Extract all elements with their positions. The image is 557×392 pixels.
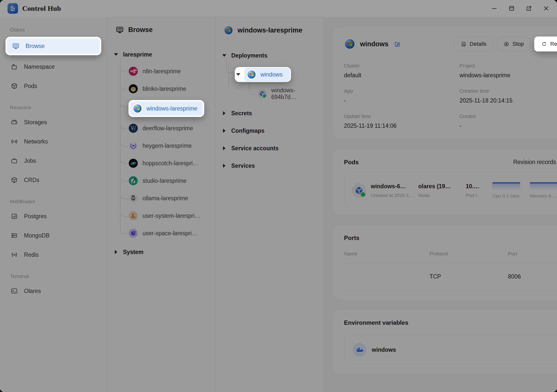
redis-icon [10, 251, 18, 258]
deployment-identity: windows [344, 38, 401, 50]
heygem-app-icon [128, 141, 138, 150]
ports-title: Ports [344, 234, 359, 242]
sidebar-item-networks[interactable]: Networks [6, 134, 101, 149]
tree-item-label: ollama-laresprime [142, 195, 188, 202]
sidebar-section-resource: Resource [6, 105, 101, 110]
sidebar-item-postgres[interactable]: Postgres [6, 208, 101, 224]
tree-item-blinko[interactable]: blinko-laresprime [128, 80, 208, 98]
resource-groups: Secrets Configmaps Service accounts Serv… [222, 104, 317, 174]
sidebar-item-browse[interactable]: Browse [7, 38, 100, 54]
pods-card: Pods Revision records [334, 149, 557, 214]
tree-item-windows-deployment-selected[interactable]: windows [244, 68, 290, 81]
ports-table-header: Name Protocol Port [344, 251, 557, 263]
tree-node-system[interactable]: System [114, 244, 208, 260]
minimize-icon[interactable] [491, 5, 498, 12]
restart-button[interactable]: Restart [534, 36, 557, 52]
spotlight-browse: Browse [6, 37, 101, 55]
titlebar: Control Hub [0, 0, 557, 17]
caret-right-icon[interactable] [114, 250, 118, 254]
tree-item-user-space[interactable]: user-space-larespri… [128, 224, 208, 242]
sidebar-item-storages[interactable]: Storages [6, 114, 101, 130]
tree-item-hoppscotch[interactable]: hoppscotch-larespri… [128, 154, 208, 172]
postgres-icon [10, 212, 18, 220]
sidebar-item-label: Olares [24, 288, 41, 294]
revision-records-link[interactable]: Revision records [513, 159, 556, 166]
open-external-icon[interactable] [526, 5, 532, 12]
maximize-icon[interactable] [508, 5, 515, 12]
tree-item-label: windows-laresprime [146, 105, 197, 112]
resource-tree: Deployments windows [222, 48, 317, 174]
pods-icon [10, 82, 18, 90]
port-number-cell: 8006 [508, 273, 557, 280]
tree-node-deployments[interactable]: Deployments [222, 48, 317, 64]
tree-item-ollama[interactable]: ollama-laresprime [128, 190, 208, 207]
tree-node-service-accounts[interactable]: Service accounts [222, 140, 317, 157]
tree-node-secrets[interactable]: Secrets [222, 104, 317, 122]
windows-deployment-children: windows-694b7d… [246, 86, 317, 102]
sidebar-item-crds[interactable]: CRDs [6, 172, 101, 188]
tree-item-windows-laresprime-selected[interactable]: windows-laresprime [130, 102, 203, 116]
tree-item-label: hoppscotch-larespri… [142, 160, 198, 167]
caret-right-icon[interactable] [222, 111, 227, 115]
sidebar-item-label: Pods [24, 83, 37, 90]
windows-app-icon [246, 70, 256, 80]
tree-item-windows-pod[interactable]: windows-694b7d… [258, 86, 317, 102]
control-hub-window: Control Hub Olares Browse Namespace [0, 0, 557, 392]
field-update-time: Update time 2025-11-19 11:14:06 [344, 114, 460, 129]
tree-node-configmaps[interactable]: Configmaps [222, 122, 317, 140]
tree-item-label: blinko-laresprime [142, 86, 186, 92]
pod-name-cell: windows-6… Created at 2025-1… [371, 183, 414, 198]
ports-table: Name Protocol Port TCP 8006 [344, 251, 557, 290]
tree-node-services[interactable]: Services [222, 157, 317, 174]
edit-icon[interactable] [394, 41, 401, 48]
sidebar-item-label: Browse [26, 43, 45, 50]
tree-item-studio[interactable]: studio-laresprime [128, 172, 208, 190]
caret-down-icon[interactable] [236, 73, 241, 76]
caret-down-icon[interactable] [114, 53, 118, 56]
field-cluster: Cluster default [344, 63, 460, 79]
tree-node-label: Secrets [231, 110, 252, 117]
sidebar-item-label: MongoDB [24, 232, 50, 239]
detail-panel-title: windows-laresprime [238, 26, 302, 34]
env-container-row[interactable]: windows [344, 336, 557, 364]
windows-app-icon [224, 26, 233, 35]
tree-item-user-system[interactable]: user-system-larespri… [128, 207, 208, 224]
tree-item-heygem[interactable]: heygem-laresprime [128, 137, 208, 154]
field-creation-time: Creation time 2025-11-18 20:14:15 [460, 88, 557, 104]
pod-row[interactable]: windows-6… Created at 2025-1… olares (19… [344, 176, 557, 206]
hoppscotch-app-icon [128, 158, 138, 168]
sidebar-item-terminal-olares[interactable]: Olares [6, 283, 101, 299]
stop-icon [504, 41, 509, 47]
tree-item-n8n[interactable]: n8n-laresprime [128, 62, 208, 80]
caret-down-icon[interactable] [222, 54, 227, 57]
tree-item-label: studio-laresprime [142, 178, 186, 184]
sidebar-item-label: Jobs [24, 158, 36, 164]
pod-status-dot [262, 94, 267, 98]
tree-node-laresprime[interactable]: laresprime [114, 46, 208, 62]
studio-app-icon [128, 176, 138, 186]
app-title: Control Hub [22, 4, 61, 12]
sidebar-item-pods[interactable]: Pods [6, 78, 101, 94]
stop-button[interactable]: Stop [497, 37, 530, 51]
pods-title: Pods [344, 159, 359, 166]
user-system-app-icon [128, 211, 138, 220]
close-icon[interactable] [543, 5, 550, 12]
ollama-app-icon [128, 194, 138, 203]
sidebar-item-jobs[interactable]: Jobs [6, 153, 101, 168]
tree-node-label: Service accounts [231, 145, 278, 152]
detail-panel: windows-laresprime Deployments [215, 17, 324, 392]
details-button[interactable]: Details [454, 37, 493, 51]
caret-right-icon[interactable] [222, 164, 227, 168]
tree-item-deerflow[interactable]: deerflow-laresprime [128, 120, 208, 137]
namespace-icon [10, 63, 18, 70]
caret-right-icon[interactable] [222, 129, 227, 133]
caret-right-icon[interactable] [222, 146, 227, 150]
sidebar-item-namespace[interactable]: Namespace [6, 59, 101, 74]
tree-item-label: n8n-laresprime [142, 68, 181, 75]
column-protocol: Protocol [430, 251, 508, 257]
pod-memory-cell: Memory 4.… [530, 182, 557, 199]
sidebar-section-olares: Olares [6, 27, 101, 33]
sidebar-item-label: Namespace [24, 64, 55, 70]
sidebar-item-mongodb[interactable]: MongoDB [6, 228, 101, 243]
sidebar-item-redis[interactable]: Redis [6, 247, 101, 262]
